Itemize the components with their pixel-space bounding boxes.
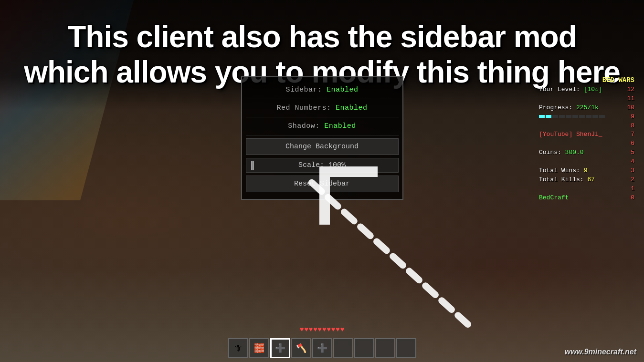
sb-score-6: 6 bbox=[631, 140, 634, 148]
shadow-row: Shadow: Enabled bbox=[246, 119, 399, 133]
sb-coins-value: 300.0 bbox=[565, 149, 584, 156]
hotbar-slot-2[interactable]: 🧱 bbox=[249, 338, 269, 358]
hotbar-slot-8[interactable] bbox=[375, 338, 395, 358]
heart-6: ♥ bbox=[322, 326, 326, 333]
heart-4: ♥ bbox=[313, 326, 317, 333]
sb-wins-row: Total Wins: 9 3 bbox=[539, 167, 634, 175]
heart-3: ♥ bbox=[309, 326, 313, 333]
xp-dot-8 bbox=[586, 115, 591, 118]
sidebar-value: Enabled bbox=[327, 86, 359, 94]
sb-score-9: 9 bbox=[631, 113, 634, 121]
hearts-row: ♥ ♥ ♥ ♥ ♥ ♥ ♥ ♥ ♥ ♥ bbox=[300, 326, 344, 333]
sb-score-5: 5 bbox=[631, 149, 634, 157]
red-numbers-value: Enabled bbox=[336, 104, 368, 112]
sidebar-row: Sidebar: Enabled bbox=[246, 83, 399, 97]
sb-row-6: 6 bbox=[539, 140, 634, 148]
sb-coins-row: Coins: 300.0 5 bbox=[539, 149, 634, 157]
sb-score-10: 10 bbox=[627, 104, 634, 112]
heart-8: ♥ bbox=[331, 326, 335, 333]
sb-wins-value: 9 bbox=[584, 167, 588, 174]
xp-dot-7 bbox=[579, 115, 585, 118]
xp-dot-9 bbox=[592, 115, 598, 118]
sb-score-1: 1 bbox=[631, 185, 634, 193]
hotbar-slot-1[interactable]: 🗡 bbox=[228, 338, 248, 358]
red-numbers-label: Red Numbers: bbox=[276, 104, 331, 112]
sb-kills-label: Total Kills: 67 bbox=[539, 176, 595, 184]
xp-dot-6 bbox=[572, 115, 578, 118]
sb-score-8: 8 bbox=[631, 122, 634, 130]
scale-slider[interactable]: Scale: 100% bbox=[251, 161, 393, 169]
sb-row-8: 8 bbox=[539, 122, 634, 130]
watermark: www.9minecraft.net bbox=[564, 348, 636, 356]
sb-youtube-name: [YouTube] ShenJi_ bbox=[539, 131, 602, 139]
sb-bar-row: 9 bbox=[539, 113, 634, 121]
hotbar-slot-5[interactable]: ➕ bbox=[312, 338, 332, 358]
sb-score-7: 7 bbox=[631, 131, 634, 139]
sb-kills-value: 67 bbox=[587, 176, 595, 183]
heart-2: ♥ bbox=[304, 326, 308, 333]
sb-level-value: [10✩] bbox=[584, 86, 602, 93]
shadow-label: Shadow: bbox=[288, 122, 320, 130]
heart-7: ♥ bbox=[327, 326, 330, 333]
xp-dot-1 bbox=[539, 115, 545, 118]
sb-wins-label: Total Wins: 9 bbox=[539, 167, 587, 175]
reset-sidebar-label: Reset Sidebar bbox=[294, 180, 350, 188]
xp-dot-3 bbox=[552, 115, 558, 118]
sidebar-label: Sidebar: bbox=[285, 86, 322, 94]
scale-label: Scale: 100% bbox=[298, 161, 346, 169]
change-background-button[interactable]: Change Background bbox=[246, 138, 399, 155]
bottom-hud: ♥ ♥ ♥ ♥ ♥ ♥ ♥ ♥ ♥ ♥ 🗡 🧱 ➕ 🪓 ➕ bbox=[0, 305, 644, 362]
divider-1 bbox=[246, 99, 399, 99]
sb-progress-value: 225/1k bbox=[576, 104, 599, 111]
hotbar-slot-6[interactable] bbox=[333, 338, 353, 358]
xp-dot-2 bbox=[546, 115, 551, 118]
xp-dot-4 bbox=[559, 115, 565, 118]
sb-score-3: 3 bbox=[631, 167, 634, 175]
scale-slider-row[interactable]: Scale: 100% bbox=[246, 158, 399, 173]
sb-row-4: 4 bbox=[539, 158, 634, 166]
heart-1: ♥ bbox=[300, 326, 304, 333]
hotbar-slot-4[interactable]: 🪓 bbox=[291, 338, 311, 358]
shadow-value: Enabled bbox=[324, 122, 356, 130]
hotbar-slot-3[interactable]: ➕ bbox=[270, 338, 290, 358]
hotbar-slot-7[interactable] bbox=[354, 338, 374, 358]
sb-youtube-row: [YouTube] ShenJi_ 7 bbox=[539, 131, 634, 139]
sb-score-2: 2 bbox=[631, 176, 634, 184]
red-numbers-row: Red Numbers: Enabled bbox=[246, 101, 399, 115]
title-line1: This client also has the sidebar mod bbox=[67, 20, 577, 54]
sb-progress-row: Progress: 225/1k 10 bbox=[539, 104, 634, 112]
sb-progress-label: Progress: 225/1k bbox=[539, 104, 599, 112]
sb-kills-row: Total Kills: 67 2 bbox=[539, 176, 634, 184]
sb-level-row: Your Level: [10✩] 12 bbox=[539, 86, 634, 94]
xp-dot-5 bbox=[566, 115, 571, 118]
slider-handle[interactable] bbox=[251, 161, 254, 170]
sb-score-0: 0 bbox=[631, 194, 634, 202]
sb-row-11: 11 bbox=[539, 95, 634, 103]
sb-level-label: Your Level: [10✩] bbox=[539, 86, 602, 94]
divider-2 bbox=[246, 117, 399, 117]
sb-score-11: 11 bbox=[627, 95, 634, 103]
sb-server-name: BedCraft bbox=[539, 194, 569, 202]
sb-score-12: 12 bbox=[627, 86, 634, 94]
change-background-label: Change Background bbox=[285, 143, 359, 151]
sb-row-1: 1 bbox=[539, 185, 634, 193]
xp-dot-10 bbox=[599, 115, 605, 118]
sb-coins-label: Coins: 300.0 bbox=[539, 149, 584, 157]
heart-10: ♥ bbox=[340, 326, 344, 333]
heart-5: ♥ bbox=[318, 326, 322, 333]
hotbar-slot-9[interactable] bbox=[396, 338, 416, 358]
scoreboard-title: BED WARS bbox=[539, 76, 634, 84]
scoreboard: BED WARS Your Level: [10✩] 12 11 Progres… bbox=[539, 76, 634, 203]
heart-9: ♥ bbox=[336, 326, 339, 333]
sb-score-4: 4 bbox=[631, 158, 634, 166]
settings-panel: Sidebar: Enabled Red Numbers: Enabled Sh… bbox=[241, 76, 403, 200]
reset-sidebar-button[interactable]: Reset Sidebar bbox=[246, 176, 399, 192]
xp-bar bbox=[539, 115, 605, 118]
hotbar: 🗡 🧱 ➕ 🪓 ➕ bbox=[228, 338, 416, 358]
divider-3 bbox=[246, 135, 399, 135]
sb-bedcraft-row: BedCraft 0 bbox=[539, 194, 634, 202]
